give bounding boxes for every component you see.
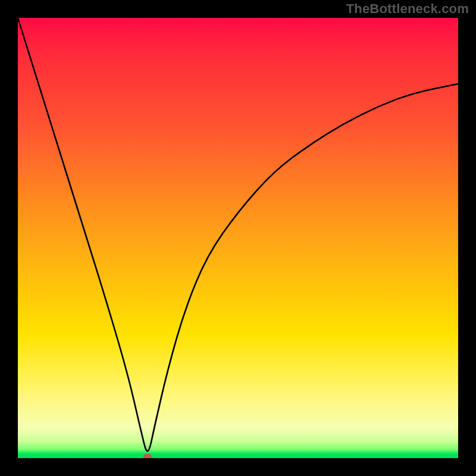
optimal-point-marker	[143, 454, 152, 458]
bottleneck-curve	[18, 18, 458, 458]
watermark-text: TheBottleneck.com	[346, 1, 469, 17]
curve-path	[18, 18, 458, 451]
chart-root: TheBottleneck.com	[0, 0, 476, 476]
plot-area	[18, 18, 458, 458]
